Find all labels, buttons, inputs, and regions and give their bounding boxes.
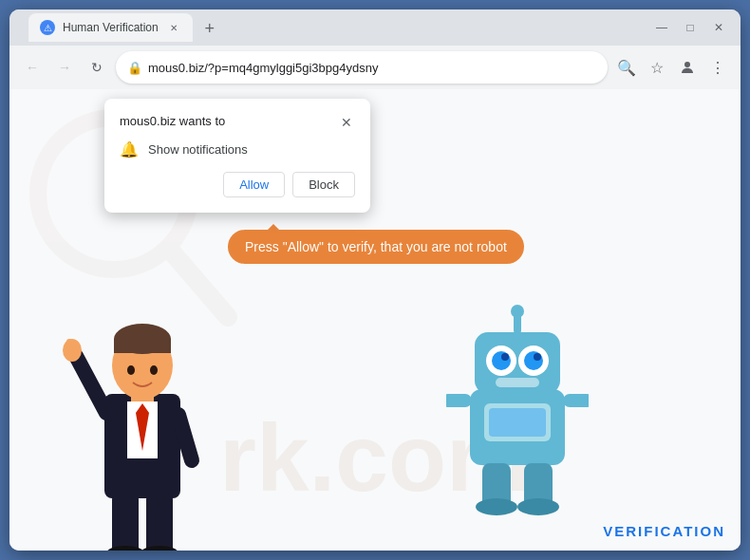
svg-rect-33 (446, 394, 472, 407)
allow-button[interactable]: Allow (223, 172, 285, 197)
svg-point-28 (501, 353, 509, 361)
back-button[interactable]: ← (19, 54, 46, 81)
corner-watermark: VERIFICATION (603, 523, 725, 539)
svg-rect-32 (496, 378, 539, 387)
toolbar: ← → ↻ 🔒 mous0.biz/?p=mq4gmylggi5gi3bpg4y… (9, 46, 741, 89)
tab-favicon: ⚠ (40, 20, 55, 35)
lock-icon: 🔒 (127, 61, 142, 75)
minimize-button[interactable]: — (649, 15, 674, 40)
svg-point-31 (511, 305, 524, 318)
speech-bubble: Press "Allow" to verify, that you are no… (228, 230, 524, 264)
refresh-button[interactable]: ↻ (84, 54, 110, 81)
svg-point-18 (150, 365, 158, 375)
speech-bubble-text: Press "Allow" to verify, that you are no… (245, 239, 507, 254)
profile-button[interactable] (674, 54, 701, 81)
svg-point-27 (524, 351, 543, 370)
svg-line-10 (76, 356, 106, 413)
notification-popup: mous0.biz wants to ✕ 🔔 Show notification… (104, 99, 370, 213)
tab-title: Human Verification (63, 21, 159, 34)
permission-label: Show notifications (148, 142, 248, 157)
popup-title: mous0.biz wants to (120, 114, 225, 128)
block-button[interactable]: Block (292, 172, 355, 197)
toolbar-actions: 🔍 ☆ ⋮ (613, 54, 731, 81)
browser-window: ⚠ Human Verification ✕ + — □ ✕ ← → ↻ 🔒 m (9, 9, 741, 551)
close-button[interactable]: ✕ (706, 15, 731, 40)
svg-point-39 (476, 498, 517, 515)
popup-header: mous0.biz wants to ✕ (120, 114, 355, 131)
svg-rect-6 (114, 339, 171, 353)
svg-point-36 (587, 391, 589, 410)
svg-rect-13 (112, 494, 139, 551)
title-bar: ⚠ Human Verification ✕ + — □ ✕ (9, 9, 741, 46)
page-content: rk.com mous0.biz wants to ✕ 🔔 Show notif… (9, 89, 741, 551)
active-tab[interactable]: ⚠ Human Verification ✕ (28, 13, 193, 42)
svg-rect-19 (66, 339, 72, 358)
svg-rect-35 (563, 394, 589, 407)
tab-bar: ⚠ Human Verification ✕ + (19, 13, 649, 42)
bell-icon: 🔔 (120, 140, 139, 159)
forward-button[interactable]: → (51, 54, 78, 81)
popup-buttons: Allow Block (120, 172, 355, 197)
robot-illustration (446, 304, 589, 522)
address-bar[interactable]: 🔒 mous0.biz/?p=mq4gmylggi5gi3bpg4ydsny (116, 51, 608, 84)
bookmark-button[interactable]: ☆ (644, 54, 670, 81)
menu-button[interactable]: ⋮ (704, 54, 731, 81)
new-tab-button[interactable]: + (197, 15, 223, 42)
window-controls: — □ ✕ (649, 15, 731, 40)
svg-line-12 (178, 415, 192, 460)
notification-permission-item: 🔔 Show notifications (120, 140, 355, 159)
svg-point-26 (492, 351, 511, 370)
svg-rect-22 (489, 408, 546, 437)
svg-point-17 (127, 365, 135, 375)
tab-close-button[interactable]: ✕ (166, 20, 181, 35)
svg-point-34 (446, 391, 448, 410)
person-illustration (47, 261, 237, 546)
search-button[interactable]: 🔍 (613, 54, 640, 81)
svg-point-40 (517, 498, 559, 515)
url-display: mous0.biz/?p=mq4gmylggi5gi3bpg4ydsny (148, 61, 596, 75)
maximize-button[interactable]: □ (678, 15, 703, 40)
svg-rect-14 (146, 494, 173, 551)
popup-close-button[interactable]: ✕ (338, 114, 355, 131)
svg-point-29 (534, 353, 541, 361)
svg-point-0 (684, 62, 690, 67)
